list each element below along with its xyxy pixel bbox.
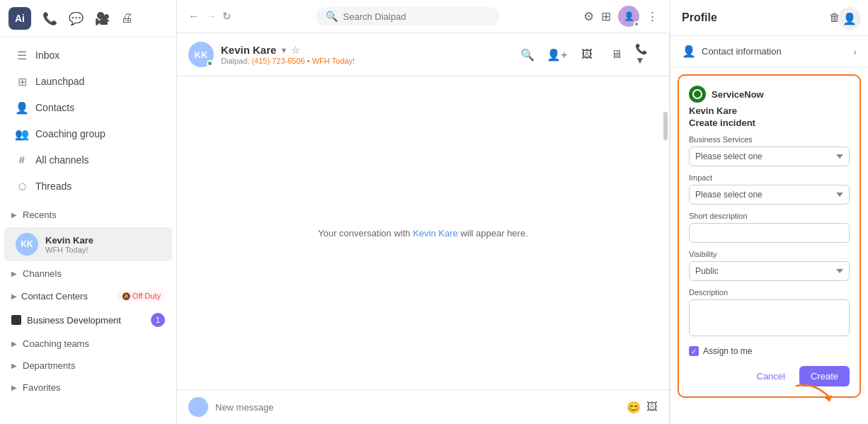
add-person-button[interactable]: 👤+	[546, 43, 569, 66]
recent-kevin-kare[interactable]: KK Kevin Kare WFH Today!	[4, 227, 172, 261]
assign-to-me-checkbox[interactable]	[689, 346, 699, 356]
sidebar-item-all-channels[interactable]: # All channels	[4, 147, 172, 173]
message-input[interactable]	[215, 402, 619, 413]
search-icon: 🔍	[326, 11, 338, 22]
chat-header-sub: Dialpad: (415) 723-6506 • WFH Today!	[221, 57, 355, 65]
screen-share-button[interactable]: 🖥	[605, 43, 628, 66]
business-dev-icon	[11, 315, 21, 325]
sidebar-item-label-launchpad: Launchpad	[35, 76, 84, 87]
contact-centers-label: Contact Centers	[21, 291, 88, 302]
kevin-name: Kevin Kare	[45, 235, 93, 246]
contact-info-row[interactable]: 👤 Contact information ›	[670, 36, 868, 67]
attachment-icon[interactable]: 🖼	[646, 401, 658, 414]
phone-icon[interactable]: 📞	[42, 11, 57, 26]
impact-select[interactable]: Please select one	[689, 185, 850, 205]
conversation-placeholder: Your conversation with Kevin Kare will a…	[318, 228, 528, 239]
launchpad-icon: ⊞	[16, 75, 28, 88]
short-description-input[interactable]	[689, 223, 850, 243]
forward-button[interactable]: →	[205, 10, 217, 23]
contacts-icon: 👤	[16, 101, 28, 114]
chat-body-wrapper: Your conversation with Kevin Kare will a…	[177, 76, 669, 389]
business-services-select[interactable]: Please select one	[689, 147, 850, 166]
chat-area: KK Kevin Kare ▼ ☆ Dialpad: (415) 723-650…	[177, 33, 670, 424]
sidebar-item-label-coaching-group: Coaching group	[35, 128, 105, 139]
short-description-label: Short description	[689, 212, 850, 220]
servicenow-card: ServiceNow Kevin Kare Create incident Bu…	[678, 74, 861, 398]
coaching-teams-row[interactable]: ▶ Coaching teams	[0, 333, 176, 355]
search-bar[interactable]: 🔍	[316, 7, 500, 25]
business-development-row[interactable]: Business Development 1	[0, 307, 176, 333]
departments-row[interactable]: ▶ Departments	[0, 355, 176, 377]
emoji-icon[interactable]: 😊	[627, 401, 641, 414]
coaching-teams-label: Coaching teams	[23, 338, 89, 349]
profile-user-icon[interactable]: 👤	[838, 7, 861, 30]
chat-contact-avatar: KK	[188, 42, 214, 67]
app-logo: Ai	[8, 7, 31, 30]
recents-section[interactable]: ▶ Recents	[0, 204, 176, 226]
sidebar-item-launchpad[interactable]: ⊞ Launchpad	[4, 69, 172, 94]
servicenow-action-title: Create incident	[689, 118, 850, 128]
input-user-avatar	[188, 397, 208, 417]
visibility-select[interactable]: Public	[689, 261, 850, 281]
grid-icon[interactable]: ⊞	[601, 9, 611, 24]
visibility-label: Visibility	[689, 250, 850, 258]
channels-label: Channels	[23, 268, 62, 279]
off-duty-badge: 🔕 Off Duty	[118, 290, 165, 302]
user-avatar[interactable]: 👤	[618, 6, 639, 27]
kevin-avatar: KK	[16, 233, 38, 256]
online-indicator	[634, 21, 639, 27]
assign-to-me-row: Assign to me	[689, 346, 850, 356]
inbox-icon: ☰	[16, 49, 28, 62]
video-icon[interactable]: 🎥	[95, 11, 110, 26]
bell-muted-icon: 🔕	[122, 292, 130, 300]
search-input[interactable]	[343, 11, 490, 22]
chat-header: KK Kevin Kare ▼ ☆ Dialpad: (415) 723-650…	[177, 33, 669, 76]
departments-chevron: ▶	[11, 362, 17, 369]
departments-label: Departments	[23, 360, 75, 371]
sidebar-item-contacts[interactable]: 👤 Contacts	[4, 95, 172, 120]
coaching-group-icon: 👥	[16, 127, 28, 140]
recents-chevron: ▶	[11, 211, 17, 219]
contact-centers-chevron: ▶	[11, 292, 17, 300]
favorites-row[interactable]: ▶ Favorites	[0, 377, 176, 399]
threads-icon: ⬡	[16, 180, 28, 193]
sidebar-item-threads[interactable]: ⬡ Threads	[4, 173, 172, 199]
servicenow-user: Kevin Kare	[689, 105, 850, 116]
cancel-button[interactable]: Cancel	[750, 367, 792, 386]
sidebar-item-coaching-group[interactable]: 👥 Coaching group	[4, 121, 172, 147]
channels-chevron: ▶	[11, 270, 17, 277]
dropdown-chevron: ▼	[280, 46, 287, 55]
chat-contact-name[interactable]: Kevin Kare ▼ ☆	[221, 44, 355, 56]
refresh-button[interactable]: ↻	[222, 10, 232, 23]
contact-online-dot	[207, 60, 213, 67]
servicenow-logo	[689, 86, 706, 103]
settings-icon[interactable]: ⚙	[583, 9, 594, 24]
back-button[interactable]: ←	[188, 10, 200, 23]
profile-panel: Profile 🗑 ✕ 👤 👤 Contact information ›	[670, 0, 868, 424]
arrow-annotation	[793, 382, 835, 406]
image-button[interactable]: 🖼	[576, 43, 598, 66]
contact-info-label: Contact information	[702, 46, 782, 57]
search-chat-button[interactable]: 🔍	[516, 43, 539, 66]
channels-section[interactable]: ▶ Channels	[0, 263, 176, 285]
description-textarea[interactable]	[689, 299, 850, 336]
all-channels-icon: #	[16, 154, 28, 166]
person-icon: 👤	[682, 45, 696, 58]
star-icon[interactable]: ☆	[291, 45, 300, 56]
fax-icon[interactable]: 🖨	[121, 11, 133, 25]
favorites-chevron: ▶	[11, 384, 17, 391]
contact-centers-row[interactable]: ▶ Contact Centers 🔕 Off Duty	[0, 285, 176, 307]
more-options-icon[interactable]: ⋮	[646, 9, 658, 24]
servicenow-app-name: ServiceNow	[712, 89, 764, 100]
sidebar-item-label-contacts: Contacts	[35, 102, 74, 113]
business-development-label: Business Development	[27, 315, 121, 326]
business-development-badge: 1	[151, 313, 165, 327]
chat-scrollbar[interactable]	[663, 112, 668, 140]
form-actions: Cancel Create	[689, 366, 850, 386]
coaching-teams-chevron: ▶	[11, 340, 17, 348]
sidebar-item-inbox[interactable]: ☰ Inbox	[4, 42, 172, 68]
chat-input-bar: 😊 🖼	[177, 389, 669, 424]
message-icon[interactable]: 💬	[69, 11, 84, 26]
profile-title: Profile	[682, 11, 717, 24]
call-button[interactable]: 📞 ▼	[635, 43, 658, 66]
